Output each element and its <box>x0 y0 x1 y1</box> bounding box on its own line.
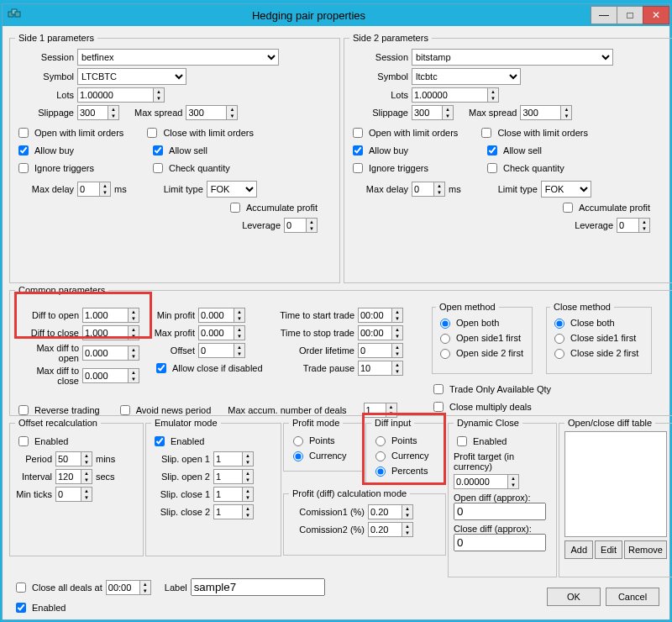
close-side2-radio[interactable]: Close side 2 first <box>550 346 638 359</box>
ignore-triggers-check[interactable]: Ignore triggers <box>349 161 428 176</box>
open-method-group: Open method Open both Open side1 first O… <box>432 302 533 374</box>
leverage-spinner[interactable]: ▲▼ <box>617 218 650 233</box>
limittype-select[interactable]: FOK <box>541 181 591 198</box>
enabled-check[interactable]: Enabled <box>13 600 66 615</box>
maxdelay-spinner[interactable]: ▲▼ <box>412 182 445 197</box>
close-diff-input[interactable] <box>454 534 546 551</box>
diff-points-radio[interactable]: Points <box>371 434 417 446</box>
accumulate-profit-check[interactable]: Accumulate profit <box>559 200 650 215</box>
slippage-spinner[interactable]: ▲▼ <box>77 105 119 120</box>
order-lifetime-spinner[interactable]: ▲▼ <box>358 343 403 358</box>
open-both-radio[interactable]: Open both <box>436 316 499 329</box>
close-multiply-check[interactable]: Close multiply deals <box>430 399 532 414</box>
reverse-trading-check[interactable]: Reverse trading <box>15 403 100 418</box>
maximize-button[interactable]: □ <box>617 6 643 24</box>
allow-sell-check[interactable]: Allow sell <box>150 143 207 158</box>
open-diff-input[interactable] <box>454 503 546 520</box>
symbol-select[interactable]: LTCBTC <box>77 68 186 85</box>
diff-table-list[interactable] <box>564 431 667 537</box>
minimize-button[interactable]: — <box>591 6 617 24</box>
session-select[interactable]: betfinex <box>77 49 279 66</box>
check-quantity-check[interactable]: Check quantity <box>484 161 564 176</box>
edit-button[interactable]: Edit <box>595 540 622 559</box>
allow-buy-check[interactable]: Allow buy <box>15 143 74 158</box>
label-input[interactable] <box>191 578 325 596</box>
slippage-label: Slippage <box>15 108 74 118</box>
open-limit-check[interactable]: Open with limit orders <box>15 125 123 140</box>
profit-mode-group: Profit mode Points Currency <box>283 418 364 472</box>
diff-input-group: Diff input Points Currency Percents <box>365 418 446 485</box>
ok-button[interactable]: OK <box>547 588 601 606</box>
avoid-news-check[interactable]: Avoid news period <box>117 403 212 418</box>
close-limit-check[interactable]: Close with limit orders <box>478 125 588 140</box>
leverage-spinner[interactable]: ▲▼ <box>284 218 318 233</box>
open-side1-radio[interactable]: Open side1 first <box>436 331 521 344</box>
time-stop-label: Time to stop trade <box>270 328 354 338</box>
slippage-label: Slippage <box>349 108 408 118</box>
close-both-radio[interactable]: Close both <box>550 316 615 329</box>
max-diff-open-spinner[interactable]: ▲▼ <box>82 345 139 361</box>
slip-close1-spinner[interactable]: ▲▼ <box>213 487 254 502</box>
maxspread-spinner[interactable]: ▲▼ <box>186 105 238 120</box>
limittype-label: Limit type <box>164 184 203 194</box>
maxspread-spinner[interactable]: ▲▼ <box>520 105 572 120</box>
ignore-triggers-check[interactable]: Ignore triggers <box>15 161 94 176</box>
max-accum-spinner[interactable]: ▲▼ <box>364 403 397 418</box>
profit-currency-radio[interactable]: Currency <box>289 449 347 461</box>
allow-sell-check[interactable]: Allow sell <box>484 143 542 158</box>
period-spinner[interactable]: ▲▼ <box>55 451 92 466</box>
profit-target-spinner[interactable]: ▲▼ <box>454 474 519 489</box>
session-select[interactable]: bitstamp <box>412 49 613 66</box>
emulator-enabled-check[interactable]: Enabled <box>151 434 204 449</box>
maxspread-label: Max spread <box>469 108 517 118</box>
dynamic-close-enabled-check[interactable]: Enabled <box>454 434 507 449</box>
limittype-select[interactable]: FOK <box>207 181 257 198</box>
comission1-label: Comission1 (%) <box>289 507 365 517</box>
close-side1-radio[interactable]: Close side1 first <box>550 331 636 344</box>
lots-spinner[interactable]: ▲▼ <box>412 87 499 103</box>
interval-spinner[interactable]: ▲▼ <box>55 469 92 484</box>
allow-close-if-disabled-check[interactable]: Allow close if disabled <box>153 361 263 376</box>
offset-spinner[interactable]: ▲▼ <box>198 343 245 358</box>
limittype-label: Limit type <box>498 184 538 194</box>
open-limit-check[interactable]: Open with limit orders <box>349 125 458 140</box>
offset-enabled-check[interactable]: Enabled <box>15 434 68 449</box>
accumulate-profit-check[interactable]: Accumulate profit <box>227 200 318 215</box>
dialog-window: Hedging pair properties — □ ✕ Side 1 par… <box>2 3 670 620</box>
trade-only-qty-check[interactable]: Trade Only Available Qty <box>430 382 551 397</box>
allow-buy-check[interactable]: Allow buy <box>349 143 408 158</box>
cancel-button[interactable]: Cancel <box>606 588 659 606</box>
slip-open2-spinner[interactable]: ▲▼ <box>213 469 254 484</box>
slip-close2-spinner[interactable]: ▲▼ <box>213 504 254 519</box>
trade-pause-spinner[interactable]: ▲▼ <box>358 361 403 376</box>
maxdelay-spinner[interactable]: ▲▼ <box>77 182 111 197</box>
min-profit-spinner[interactable]: ▲▼ <box>198 308 245 323</box>
comission1-spinner[interactable]: ▲▼ <box>368 504 413 519</box>
open-method-legend: Open method <box>436 302 499 312</box>
slip-open1-spinner[interactable]: ▲▼ <box>213 451 254 466</box>
time-stop-spinner[interactable]: ▲▼ <box>358 325 403 340</box>
close-button[interactable]: ✕ <box>643 6 669 24</box>
diff-percents-radio[interactable]: Percents <box>371 464 428 477</box>
close-all-deals-check[interactable]: Close all deals at <box>13 580 102 595</box>
add-button[interactable]: Add <box>564 540 593 559</box>
check-quantity-check[interactable]: Check quantity <box>150 161 230 176</box>
max-diff-close-spinner[interactable]: ▲▼ <box>82 368 139 383</box>
interval-label: Interval <box>15 472 52 482</box>
diff-currency-radio[interactable]: Currency <box>371 449 429 461</box>
max-diff-close-label: Max diff to close <box>15 366 79 386</box>
lots-spinner[interactable]: ▲▼ <box>77 87 165 103</box>
slippage-spinner[interactable]: ▲▼ <box>412 105 454 120</box>
profit-points-radio[interactable]: Points <box>289 434 335 446</box>
symbol-select[interactable]: ltcbtc <box>412 68 521 85</box>
open-side2-radio[interactable]: Open side 2 first <box>436 346 523 359</box>
max-profit-spinner[interactable]: ▲▼ <box>198 325 245 340</box>
min-ticks-spinner[interactable]: ▲▼ <box>55 487 92 502</box>
remove-button[interactable]: Remove <box>624 540 667 559</box>
time-start-spinner[interactable]: ▲▼ <box>358 308 403 323</box>
comission2-spinner[interactable]: ▲▼ <box>368 522 413 537</box>
close-limit-check[interactable]: Close with limit orders <box>144 125 254 140</box>
diff-open-spinner[interactable]: ▲▼ <box>82 308 139 323</box>
diff-close-spinner[interactable]: ▲▼ <box>82 325 139 340</box>
close-all-time-spinner[interactable]: ▲▼ <box>106 580 151 595</box>
